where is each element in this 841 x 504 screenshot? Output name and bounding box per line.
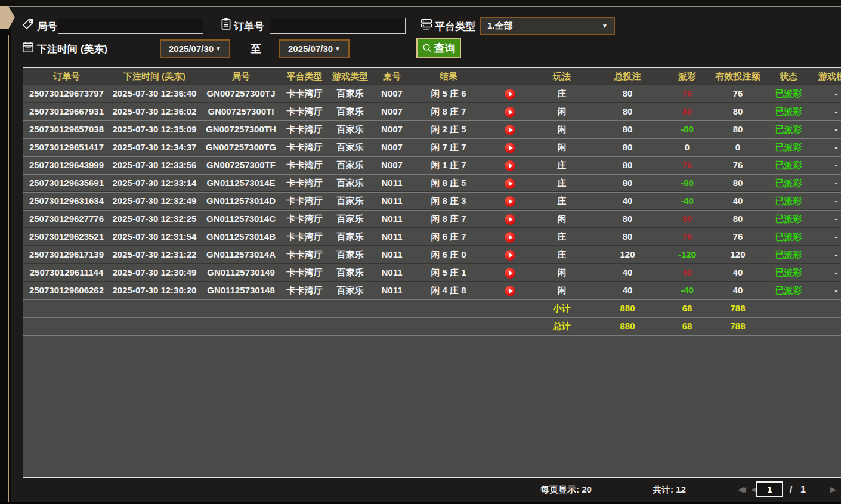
cell-result: 闲 5 庄 6	[410, 85, 487, 103]
cell-replay	[487, 211, 532, 228]
cell-payout: 80	[663, 103, 711, 121]
platform-select[interactable]: 1.全部 ▼	[480, 17, 615, 35]
play-video-icon[interactable]	[505, 125, 515, 135]
query-button[interactable]: 查询	[416, 38, 461, 58]
left-accent-line	[8, 35, 9, 504]
cell-time: 2025-07-30 12:30:20	[110, 282, 199, 300]
subtotal-row-cell	[110, 300, 199, 318]
cell-status: 已派彩	[765, 139, 812, 157]
chevron-down-icon: ▼	[602, 23, 608, 29]
cell-payout: 0	[663, 139, 711, 157]
column-header: 游戏模式	[812, 68, 841, 85]
cell-replay	[487, 228, 532, 246]
cell-result: 闲 7 庄 7	[410, 139, 487, 157]
cell-game: 百家乐	[326, 157, 374, 175]
cell-platform: 卡卡湾厅	[283, 193, 326, 211]
play-video-icon[interactable]	[505, 107, 515, 118]
subtotal-row-cell: 788	[711, 300, 765, 318]
column-header	[487, 68, 532, 85]
cell-bet: 120	[592, 246, 663, 264]
table-row: 2507301296737972025-07-30 12:36:40GN0072…	[23, 85, 841, 103]
cell-bet: 80	[592, 211, 663, 228]
play-triangle	[509, 217, 513, 222]
tag-icon	[21, 18, 35, 31]
total-row: 总计88068788	[23, 318, 841, 336]
cell-round: GN01125730149	[199, 264, 283, 282]
cell-mode: -	[812, 193, 841, 211]
next-page-icon[interactable]: ▶	[830, 485, 836, 494]
cell-play: 闲	[532, 282, 592, 300]
date-from-select[interactable]: 2025/07/30 ▼	[160, 39, 230, 58]
play-video-icon[interactable]	[505, 214, 515, 225]
cell-mode: -	[812, 228, 841, 246]
play-video-icon[interactable]	[505, 232, 515, 243]
cell-mode: -	[812, 211, 841, 228]
cell-status: 已派彩	[765, 264, 812, 282]
cell-order: 250730129657038	[23, 121, 110, 139]
cell-valid: 76	[711, 157, 765, 175]
cell-replay	[487, 264, 532, 282]
play-video-icon[interactable]	[505, 143, 515, 153]
cell-mode: -	[812, 264, 841, 282]
page-number-input[interactable]	[756, 481, 783, 497]
cell-mode: -	[812, 175, 841, 193]
cell-status: 已派彩	[765, 103, 812, 121]
date-to-select[interactable]: 2025/07/30 ▼	[279, 39, 350, 58]
query-button-label: 查询	[434, 41, 456, 55]
cell-status: 已派彩	[765, 211, 812, 228]
cell-replay	[487, 246, 532, 264]
play-triangle	[509, 146, 513, 150]
cell-platform: 卡卡湾厅	[283, 103, 326, 121]
play-video-icon[interactable]	[505, 178, 515, 189]
play-video-icon[interactable]	[505, 268, 515, 279]
cell-bet: 80	[592, 121, 663, 139]
cell-round: GN0112573014D	[199, 193, 283, 211]
subtotal-row-cell	[812, 300, 841, 318]
platform-selected-value: 1.全部	[487, 20, 598, 32]
cell-bet: 40	[592, 193, 663, 211]
play-video-icon[interactable]	[505, 286, 515, 296]
cell-result: 闲 5 庄 1	[410, 264, 487, 282]
total-row-cell	[410, 318, 487, 336]
total-row-cell	[765, 318, 812, 336]
cell-status: 已派彩	[765, 175, 812, 193]
cell-status: 已派彩	[765, 121, 812, 139]
date-from-value: 2025/07/30	[169, 44, 214, 54]
play-video-icon[interactable]	[505, 160, 515, 171]
date-to-value: 2025/07/30	[288, 44, 333, 54]
play-triangle	[509, 289, 513, 293]
cell-valid: 40	[711, 264, 765, 282]
bet-time-label: 下注时间 (美东)	[37, 42, 107, 56]
column-header: 结果	[410, 68, 487, 85]
cell-bet: 40	[592, 282, 663, 300]
cell-round: GN007257300TH	[199, 121, 283, 139]
cell-game: 百家乐	[326, 282, 374, 300]
cell-time: 2025-07-30 12:36:02	[110, 103, 199, 121]
play-triangle	[509, 271, 513, 276]
cell-payout: 76	[663, 157, 711, 175]
cell-round: GN0112573014A	[199, 246, 283, 264]
cell-round: GN0112573014E	[199, 175, 283, 193]
play-video-icon[interactable]	[505, 196, 515, 207]
cell-order: 250730129631634	[23, 193, 110, 211]
round-input[interactable]	[58, 18, 203, 34]
cell-table: N011	[374, 282, 410, 300]
order-input[interactable]	[270, 18, 406, 34]
cell-valid: 120	[711, 246, 765, 264]
first-page-icon[interactable]: ◀◀	[738, 485, 743, 494]
cell-result: 闲 6 庄 7	[410, 228, 487, 246]
cell-game: 百家乐	[326, 175, 374, 193]
cell-payout: -80	[663, 175, 711, 193]
drawer-handle-icon[interactable]	[0, 6, 16, 30]
play-video-icon[interactable]	[505, 89, 515, 100]
play-video-icon[interactable]	[505, 250, 515, 261]
play-triangle	[509, 235, 513, 240]
cell-replay	[487, 282, 532, 300]
cell-mode: -	[812, 157, 841, 175]
table-row: 2507301296570382025-07-30 12:35:09GN0072…	[23, 121, 841, 139]
cell-replay	[487, 103, 532, 121]
play-triangle	[509, 163, 513, 168]
bet-records-table: 订单号下注时间 (美东)局号平台类型游戏类型桌号结果玩法总投注派彩有效投注额状态…	[23, 67, 841, 478]
cell-replay	[487, 175, 532, 193]
cell-order: 250730129673797	[23, 85, 110, 103]
